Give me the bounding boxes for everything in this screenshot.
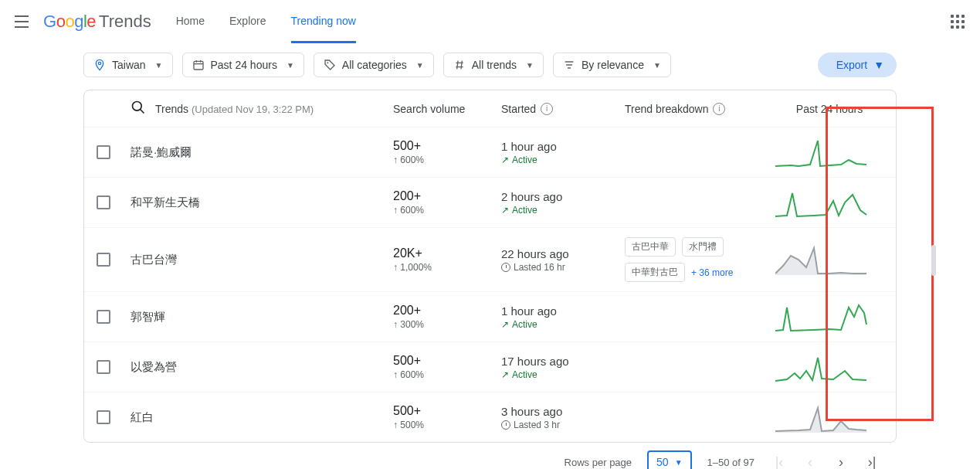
chevron-down-icon: ▼ bbox=[675, 458, 683, 467]
breakdown-more-link[interactable]: + 36 more bbox=[691, 267, 733, 278]
nav-home[interactable]: Home bbox=[176, 1, 205, 43]
chevron-down-icon: ▼ bbox=[416, 61, 424, 70]
trend-term: 以愛為營 bbox=[131, 360, 177, 375]
nav-trending-now[interactable]: Trending now bbox=[291, 1, 356, 43]
started-time: 17 hours ago bbox=[501, 355, 625, 368]
logo[interactable]: Google Trends bbox=[43, 12, 151, 32]
sparkline-chart bbox=[775, 137, 868, 168]
trend-term: 紅白 bbox=[131, 410, 154, 425]
table-row[interactable]: 諾曼·鮑威爾 500+ ↑ 600% 1 hour ago ↗ Active bbox=[84, 127, 896, 177]
rows-per-page-select[interactable]: 50 ▼ bbox=[647, 450, 691, 469]
row-checkbox[interactable] bbox=[97, 410, 110, 424]
volume-change: ↑ 1,000% bbox=[393, 262, 501, 273]
pagination: Rows per page 50 ▼ 1–50 of 97 |‹ ‹ › ›| bbox=[83, 443, 897, 469]
sparkline-chart bbox=[775, 402, 868, 433]
sort-filter[interactable]: By relevance ▼ bbox=[553, 53, 671, 77]
table-row[interactable]: 郭智輝 200+ ↑ 300% 1 hour ago ↗ Active bbox=[84, 291, 896, 342]
svg-line-7 bbox=[141, 110, 144, 114]
time-filter[interactable]: Past 24 hours ▼ bbox=[182, 53, 304, 77]
menu-icon[interactable] bbox=[12, 12, 31, 31]
search-volume: 500+ bbox=[393, 354, 501, 368]
time-label: Past 24 hours bbox=[211, 59, 277, 71]
sparkline-chart bbox=[775, 352, 868, 382]
sort-label: By relevance bbox=[582, 59, 644, 71]
page-range: 1–50 of 97 bbox=[707, 457, 754, 468]
app-header: Google Trends Home Explore Trending now bbox=[0, 0, 980, 43]
apps-icon[interactable] bbox=[948, 12, 968, 32]
search-volume: 20K+ bbox=[393, 246, 501, 260]
hash-icon bbox=[453, 59, 466, 71]
search-volume: 500+ bbox=[393, 404, 501, 418]
breakdown-term[interactable]: 中華對古巴 bbox=[625, 263, 685, 282]
logo-google: Google bbox=[43, 12, 96, 32]
spark-column-label: Past 24 hours bbox=[775, 103, 883, 115]
table-row[interactable]: 古巴台灣 20K+ ↑ 1,000% 22 hours ago Lasted 1… bbox=[84, 227, 896, 291]
sparkline-chart bbox=[775, 244, 868, 275]
table-row[interactable]: 以愛為營 500+ ↑ 600% 17 hours ago ↗ Active bbox=[84, 342, 896, 392]
started-column-label: Started bbox=[501, 103, 536, 115]
volume-change: ↑ 500% bbox=[393, 420, 501, 430]
chevron-down-icon: ▼ bbox=[526, 61, 534, 70]
breakdown-term[interactable]: 古巴中華 bbox=[625, 237, 676, 257]
last-page-button[interactable]: ›| bbox=[863, 453, 881, 469]
page-nav: |‹ ‹ › ›| bbox=[770, 453, 881, 469]
next-page-button[interactable]: › bbox=[832, 453, 850, 469]
table-row[interactable]: 紅白 500+ ↑ 500% 3 hours ago Lasted 3 hr bbox=[84, 392, 896, 442]
location-filter[interactable]: Taiwan ▼ bbox=[83, 53, 173, 77]
row-checkbox[interactable] bbox=[97, 310, 110, 324]
svg-point-0 bbox=[98, 62, 100, 64]
trend-type-filter[interactable]: All trends ▼ bbox=[443, 53, 544, 77]
trend-status: ↗ Active bbox=[501, 155, 625, 165]
trend-term: 諾曼·鮑威爾 bbox=[131, 145, 192, 160]
prev-page-button[interactable]: ‹ bbox=[801, 453, 819, 469]
trend-term: 古巴台灣 bbox=[131, 253, 177, 267]
row-checkbox[interactable] bbox=[97, 360, 110, 374]
export-button[interactable]: Export ▼ bbox=[818, 53, 897, 77]
trends-column-label: Trends bbox=[155, 103, 188, 115]
trend-type-label: All trends bbox=[472, 59, 517, 71]
sparkline-chart bbox=[775, 187, 868, 218]
location-icon bbox=[93, 59, 106, 71]
main-nav: Home Explore Trending now bbox=[176, 1, 356, 43]
search-volume: 200+ bbox=[393, 304, 501, 318]
category-filter[interactable]: All categories ▼ bbox=[314, 53, 434, 77]
first-page-button[interactable]: |‹ bbox=[770, 453, 788, 469]
volume-change: ↑ 600% bbox=[393, 205, 501, 216]
breakdown-term[interactable]: 水門禮 bbox=[682, 237, 724, 257]
volume-change: ↑ 600% bbox=[393, 155, 501, 165]
chevron-down-icon: ▼ bbox=[653, 61, 661, 70]
info-icon[interactable]: i bbox=[541, 103, 553, 115]
started-time: 2 hours ago bbox=[501, 190, 625, 203]
category-label: All categories bbox=[342, 59, 407, 71]
table-header: Trends (Updated Nov 19, 3:22 PM) Search … bbox=[84, 90, 896, 127]
rows-per-page-label: Rows per page bbox=[565, 457, 632, 468]
started-time: 1 hour ago bbox=[501, 140, 625, 153]
row-checkbox[interactable] bbox=[97, 145, 110, 159]
svg-rect-1 bbox=[194, 61, 203, 70]
rows-value: 50 bbox=[656, 456, 669, 468]
info-icon[interactable]: i bbox=[713, 103, 725, 115]
trend-status: ↗ Active bbox=[501, 205, 625, 216]
row-checkbox[interactable] bbox=[97, 253, 110, 267]
scrollbar[interactable] bbox=[931, 245, 936, 276]
chevron-down-icon: ▼ bbox=[287, 61, 294, 70]
table-row[interactable]: 和平新生天橋 200+ ↑ 600% 2 hours ago ↗ Active bbox=[84, 177, 896, 227]
updated-time: (Updated Nov 19, 3:22 PM) bbox=[192, 104, 314, 115]
nav-explore[interactable]: Explore bbox=[229, 1, 266, 43]
started-time: 3 hours ago bbox=[501, 405, 625, 418]
search-volume: 500+ bbox=[393, 139, 501, 153]
sparkline-chart bbox=[775, 301, 868, 332]
svg-point-6 bbox=[133, 102, 142, 111]
started-time: 1 hour ago bbox=[501, 304, 625, 318]
search-icon bbox=[131, 100, 146, 117]
volume-change: ↑ 600% bbox=[393, 369, 501, 380]
trends-table: Trends (Updated Nov 19, 3:22 PM) Search … bbox=[83, 90, 897, 443]
trend-term: 和平新生天橋 bbox=[131, 195, 200, 210]
row-checkbox[interactable] bbox=[97, 195, 110, 209]
trend-up-icon: ↗ bbox=[501, 319, 509, 330]
trend-up-icon: ↗ bbox=[501, 155, 509, 165]
trend-status: ↗ Active bbox=[501, 369, 625, 380]
location-label: Taiwan bbox=[112, 59, 146, 71]
trend-status: Lasted 3 hr bbox=[501, 420, 625, 430]
trend-term: 郭智輝 bbox=[131, 310, 165, 325]
